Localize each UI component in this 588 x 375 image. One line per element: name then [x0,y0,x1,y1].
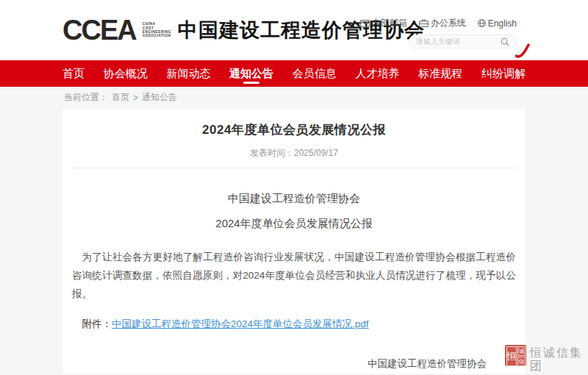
logo-subtext: CHINA COST ENGINEERING ASSOCIATION [143,22,171,38]
article-body-title: 2024年度单位会员发展情况公报 [62,217,526,231]
publish-date-value: 2025/09/17 [294,148,338,158]
office-system-label: 办公系统 [431,17,466,29]
site-header: CCEA CHINA COST ENGINEERING ASSOCIATION … [0,0,588,60]
search-bar [409,35,517,49]
breadcrumb-home-link[interactable]: 首页 [112,91,129,104]
nav-item-members[interactable]: 会员信息 [293,60,337,87]
logo-swoosh-icon [515,43,530,60]
search-input[interactable] [416,38,493,46]
nav-item-notices[interactable]: 通知公告 [229,60,273,87]
article-card: 2024年度单位会员发展情况公报 发表时间：2025/09/17 中国建设工程造… [62,109,526,374]
internal-mail-label: 内部邮箱 [372,17,407,29]
english-link[interactable]: English [478,18,517,29]
article-paragraph: 为了让社会各方更好地了解工程造价咨询行业发展状况，中国建设工程造价管理协会根据工… [72,248,516,303]
globe-icon [478,19,486,27]
breadcrumb-prefix: 当前位置： [64,91,108,104]
signature-org: 中国建设工程造价管理协会 [368,357,487,371]
hengchengxin-watermark: 恒 诚 信 恒诚信集团 Hengchengxin Group [505,345,588,375]
attachment-label: 附件： [82,318,112,329]
search-button[interactable] [501,38,509,46]
logo-acronym: CCEA [62,16,139,44]
title-divider [74,168,514,168]
main-nav: 首页 协会概况 新闻动态 通知公告 会员信息 人才培养 标准规程 纠纷调解 [0,60,588,87]
briefcase-icon [419,19,429,27]
attachment-pdf-link[interactable]: 中国建设工程造价管理协会2024年度单位会员发展情况.pdf [112,318,369,329]
nav-item-news[interactable]: 新闻动态 [166,60,210,87]
attachment-row: 附件：中国建设工程造价管理协会2024年度单位会员发展情况.pdf [72,318,516,331]
search-icon [501,38,509,46]
office-system-link[interactable]: 办公系统 [419,17,466,29]
publish-date-label: 发表时间： [250,148,294,158]
nav-item-training[interactable]: 人才培养 [356,60,400,87]
watermark-text: 恒诚信集团 Hengchengxin Group [530,345,588,375]
publish-date: 发表时间：2025/09/17 [62,147,526,160]
hengchengxin-seal-icon: 恒 诚 信 [505,345,526,366]
breadcrumb-separator: > [133,93,138,103]
mail-icon [360,20,370,27]
breadcrumb-notices-link[interactable]: 通知公告 [142,91,177,104]
nav-item-standards[interactable]: 标准规程 [418,60,462,87]
watermark-name-cn: 恒诚信集团 [530,346,588,372]
article-signature: 中国建设工程造价管理协会 2025年9月17日 [368,357,487,375]
nav-item-home[interactable]: 首页 [62,60,85,87]
article-title: 2024年度单位会员发展情况公报 [62,109,526,138]
nav-item-disputes[interactable]: 纠纷调解 [481,60,526,87]
article-body-org: 中国建设工程造价管理协会 [62,192,526,206]
internal-mail-link[interactable]: 内部邮箱 [360,17,407,29]
quick-links: 内部邮箱 办公系统 English [360,17,517,29]
breadcrumb: 当前位置： 首页 > 通知公告 [62,87,526,109]
english-label: English [488,18,517,29]
nav-item-about[interactable]: 协会概况 [104,60,148,87]
